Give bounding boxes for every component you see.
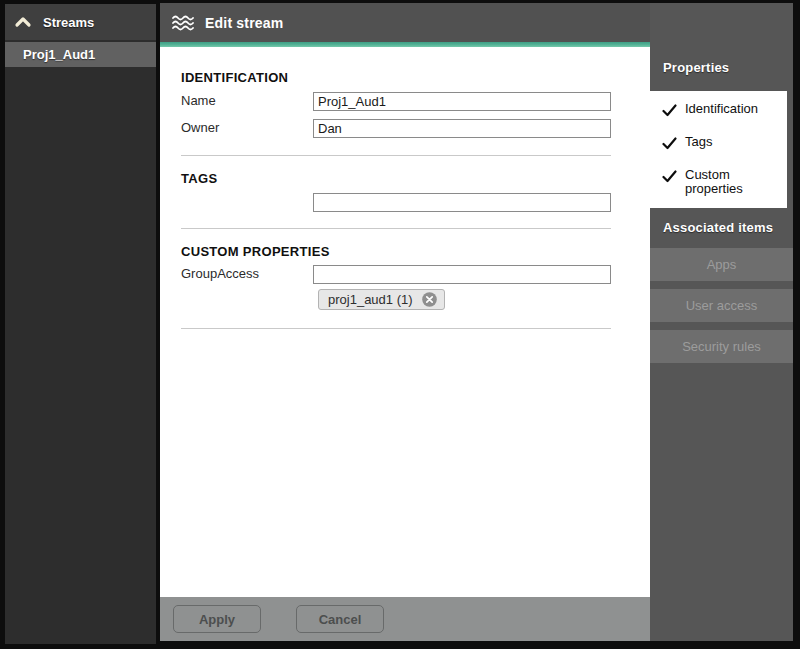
streams-sidebar: Streams Proj1_Aud1 — [5, 4, 156, 644]
nav-item-label: Custom properties — [685, 168, 769, 196]
apps-button[interactable]: Apps — [650, 248, 793, 281]
security-rules-button[interactable]: Security rules — [650, 330, 793, 363]
edit-stream-form: IDENTIFICATION Name Owner TAGS CUSTOM PR… — [160, 47, 650, 597]
streams-collapse-header[interactable]: Streams — [5, 4, 156, 40]
qmc-edit-stream-screen: Streams Proj1_Aud1 Edit stream IDENTIFIC… — [0, 0, 800, 649]
stream-waves-icon — [172, 14, 196, 32]
name-label: Name — [181, 93, 216, 108]
section-divider — [181, 228, 611, 229]
tags-heading: TAGS — [181, 171, 217, 186]
tags-field[interactable] — [313, 193, 611, 212]
nav-item-label: Tags — [685, 135, 769, 149]
action-bar: Apply Cancel — [160, 597, 650, 641]
checkmark-icon — [662, 169, 677, 182]
chevron-up-icon — [14, 15, 32, 29]
group-access-label: GroupAccess — [181, 266, 259, 281]
edit-stream-titlebar: Edit stream — [160, 3, 650, 42]
name-field[interactable] — [313, 92, 611, 111]
owner-label: Owner — [181, 120, 219, 135]
group-access-field[interactable] — [313, 265, 611, 284]
checkmark-icon — [662, 136, 677, 149]
properties-nav: Identification Tags Custom properties — [650, 91, 787, 208]
chip-remove-icon[interactable] — [422, 292, 437, 307]
custom-property-chip: proj1_aud1 (1) — [318, 289, 445, 310]
associated-items-heading: Associated items — [663, 220, 773, 235]
sidebar-item-label: Proj1_Aud1 — [23, 47, 95, 62]
user-access-button[interactable]: User access — [650, 289, 793, 322]
page-title: Edit stream — [205, 15, 283, 31]
chip-label: proj1_aud1 (1) — [328, 292, 413, 307]
nav-item-label: Identification — [685, 102, 769, 116]
properties-nav-item-identification[interactable]: Identification — [650, 102, 787, 116]
section-divider — [181, 155, 611, 156]
apply-button[interactable]: Apply — [173, 605, 261, 633]
custom-properties-heading: CUSTOM PROPERTIES — [181, 244, 330, 259]
cancel-button[interactable]: Cancel — [296, 605, 384, 633]
properties-nav-item-custom-properties[interactable]: Custom properties — [650, 168, 787, 196]
checkmark-icon — [662, 103, 677, 116]
streams-header-label: Streams — [43, 15, 94, 30]
sidebar-item-stream[interactable]: Proj1_Aud1 — [5, 42, 156, 67]
properties-heading: Properties — [663, 60, 729, 75]
section-divider — [181, 328, 611, 329]
properties-nav-item-tags[interactable]: Tags — [650, 135, 787, 149]
properties-panel: Properties Identification Tags Custom pr… — [650, 3, 793, 641]
owner-field[interactable] — [313, 119, 611, 138]
identification-heading: IDENTIFICATION — [181, 70, 288, 85]
